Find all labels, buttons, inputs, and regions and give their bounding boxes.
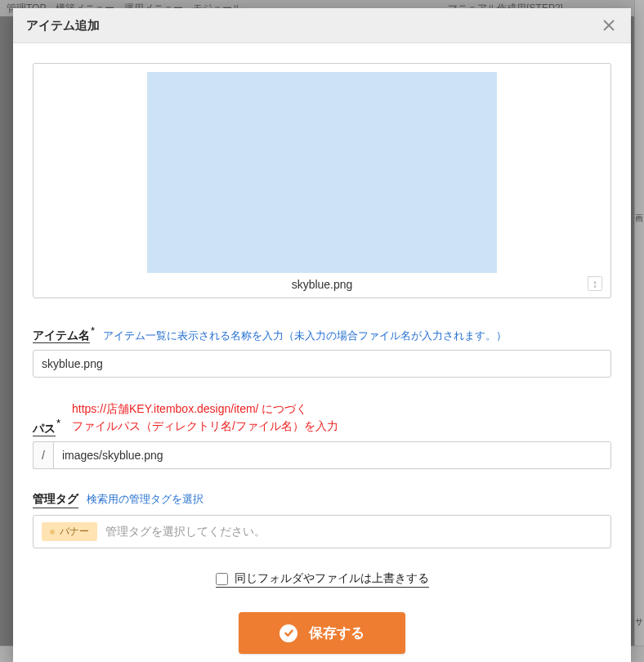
item-name-label: アイテム名 [33, 329, 90, 343]
item-name-input[interactable] [33, 350, 611, 378]
save-row: 保存する [33, 612, 611, 654]
path-input-row: / [33, 441, 611, 469]
required-star: * [56, 417, 60, 429]
tags-label-row: 管理タグ 検索用の管理タグを選択 [33, 492, 611, 508]
add-item-modal: アイテム追加 skyblue.png ↕ アイテム名* アイテム一覧に表示される… [13, 8, 631, 662]
image-preview-box: skyblue.png ↕ [33, 63, 611, 298]
item-name-hint: アイテム一覧に表示される名称を入力（未入力の場合ファイル名が入力されます。） [103, 329, 507, 343]
save-button[interactable]: 保存する [239, 612, 405, 654]
close-icon [602, 19, 615, 32]
required-star: * [91, 324, 95, 337]
tags-label: 管理タグ [33, 492, 78, 508]
resize-handle-icon[interactable]: ↕ [588, 276, 602, 291]
overwrite-label-wrap[interactable]: 同じフォルダやファイルは上書きする [216, 571, 429, 588]
overwrite-row: 同じフォルダやファイルは上書きする [33, 571, 611, 588]
modal-body: skyblue.png ↕ アイテム名* アイテム一覧に表示される名称を入力（未… [13, 43, 631, 662]
overwrite-checkbox[interactable] [216, 573, 228, 585]
modal-title: アイテム追加 [26, 18, 100, 34]
tag-chip-banner[interactable]: バナー [42, 522, 97, 541]
path-hint-line2: ファイルパス（ディレクトリ名/ファイル名）を入力 [72, 419, 338, 432]
tags-field: 管理タグ 検索用の管理タグを選択 バナー 管理タグを選択してください。 [33, 492, 611, 548]
close-button[interactable] [600, 16, 618, 34]
save-button-label: 保存する [309, 624, 364, 642]
tag-chip-label: バナー [60, 525, 89, 539]
path-label: パス [33, 422, 56, 436]
path-field: https://店舗KEY.itembox.design/item/ につづく … [33, 400, 611, 469]
tags-hint: 検索用の管理タグを選択 [87, 492, 203, 507]
tag-dot-icon [50, 530, 55, 535]
item-name-field: アイテム名* アイテム一覧に表示される名称を入力（未入力の場合ファイル名が入力さ… [33, 324, 611, 378]
path-input[interactable] [53, 441, 611, 469]
path-slash-prefix: / [33, 441, 53, 469]
path-hint-red: https://店舗KEY.itembox.design/item/ につづく … [72, 400, 611, 435]
image-preview [147, 72, 497, 273]
item-name-label-row: アイテム名* アイテム一覧に表示される名称を入力（未入力の場合ファイル名が入力さ… [33, 324, 611, 343]
tags-select[interactable]: バナー 管理タグを選択してください。 [33, 515, 611, 548]
modal-header: アイテム追加 [13, 8, 631, 43]
path-hint-line1: https://店舗KEY.itembox.design/item/ につづく [72, 402, 307, 415]
overwrite-label: 同じフォルダやファイルは上書きする [235, 571, 429, 586]
tags-placeholder: 管理タグを選択してください。 [105, 525, 266, 539]
check-circle-icon [280, 624, 297, 642]
preview-filename: skyblue.png [43, 278, 601, 291]
